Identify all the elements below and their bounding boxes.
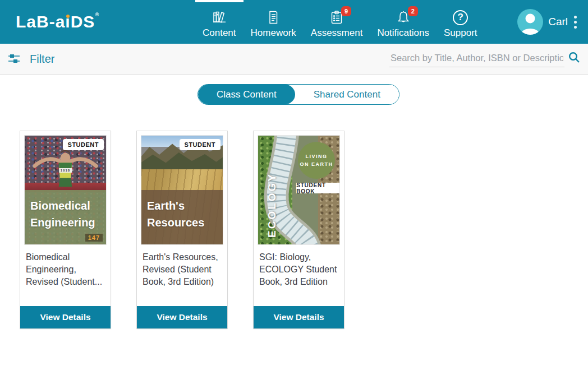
cover-title-text: Earth's Resources (147, 197, 218, 231)
logo-i-letter: ı (65, 12, 70, 31)
user-name: Carl (548, 16, 568, 28)
view-details-button[interactable]: View Details (254, 306, 344, 328)
ecology-vertical-text: ECOLOGY (266, 173, 278, 238)
logo-text-suffix: DS (71, 12, 95, 31)
book-title: SGI: Biology, ECOLOGY Student Book, 3rd … (254, 245, 344, 288)
athlete-bib-number: 1018 (59, 168, 72, 173)
labaids-logo[interactable]: LaB-aıDS® (16, 12, 99, 31)
user-area: Carl (517, 0, 578, 44)
user-menu-kebab-icon[interactable] (573, 13, 578, 31)
book-cover-biomedical: 1018 Biomedical Engineering 147 STUDENT (24, 135, 107, 245)
view-details-button[interactable]: View Details (20, 306, 111, 328)
nav-item-homework[interactable]: Homework (244, 0, 304, 44)
app-header: LaB-aıDS® Content (0, 0, 588, 44)
user-avatar[interactable] (517, 9, 543, 35)
nav-item-assessment[interactable]: 9 Assessment (304, 0, 370, 44)
content-card-grid: 1018 Biomedical Engineering 147 STUDENT … (20, 131, 344, 329)
nav-item-notifications[interactable]: 2 Notifications (370, 0, 437, 44)
content-toggle: Class Content Shared Content (197, 84, 399, 105)
tab-shared-content[interactable]: Shared Content (295, 85, 399, 104)
scoreboard-number: 147 (85, 234, 103, 242)
tab-class-content[interactable]: Class Content (198, 85, 295, 104)
nav-label-notifications: Notifications (377, 27, 429, 39)
search-input[interactable] (389, 51, 564, 67)
question-icon: ? (453, 9, 468, 26)
filter-sliders-icon (7, 52, 21, 67)
books-icon (212, 9, 227, 26)
living-on-earth-circle: LIVING ON EARTH (298, 142, 335, 179)
nav-label-assessment: Assessment (311, 27, 363, 39)
student-book-band: STUDENT BOOK (296, 183, 339, 193)
filter-label: Filter (30, 53, 54, 66)
logo-orange-dot (66, 15, 70, 18)
nav-item-content[interactable]: Content (195, 0, 244, 44)
search-icon (568, 57, 580, 65)
filter-button[interactable]: Filter (7, 44, 54, 75)
content-card-earths-resources: Earth's Resources STUDENT Earth's Resour… (136, 131, 228, 329)
notifications-badge: 2 (408, 6, 418, 16)
nav-label-support: Support (444, 27, 477, 39)
logo-registered-mark: ® (95, 12, 99, 17)
book-cover-ecology: LIVING ON EARTH STUDENT BOOK ECOLOGY (258, 135, 340, 245)
book-title: Earth's Resources, Revised (Student Book… (137, 245, 227, 288)
view-details-button[interactable]: View Details (137, 306, 227, 328)
bell-icon: 2 (396, 9, 411, 26)
book-cover-earths-resources: Earth's Resources STUDENT (141, 135, 223, 245)
student-badge: STUDENT (63, 139, 104, 150)
search-button[interactable] (568, 51, 580, 67)
assessment-badge: 9 (341, 6, 351, 16)
logo-text-prefix: LaB-a (16, 12, 65, 31)
nav-item-support[interactable]: ? Support (437, 0, 485, 44)
book-title: Biomedical Engineering, Revised (Student… (20, 245, 111, 288)
student-badge: STUDENT (180, 139, 220, 150)
clipboard-icon: 9 (329, 9, 344, 26)
main-nav: Content Homework (195, 0, 485, 44)
content-card-sgi-ecology: LIVING ON EARTH STUDENT BOOK ECOLOGY SGI… (253, 131, 344, 329)
search-area (389, 51, 580, 67)
content-card-biomedical: 1018 Biomedical Engineering 147 STUDENT … (20, 131, 111, 329)
filter-bar: Filter (0, 44, 588, 75)
document-icon (265, 9, 281, 26)
nav-label-homework: Homework (251, 27, 296, 39)
nav-label-content: Content (203, 27, 236, 39)
cover-title-text: Biomedical Engineering (30, 197, 102, 231)
